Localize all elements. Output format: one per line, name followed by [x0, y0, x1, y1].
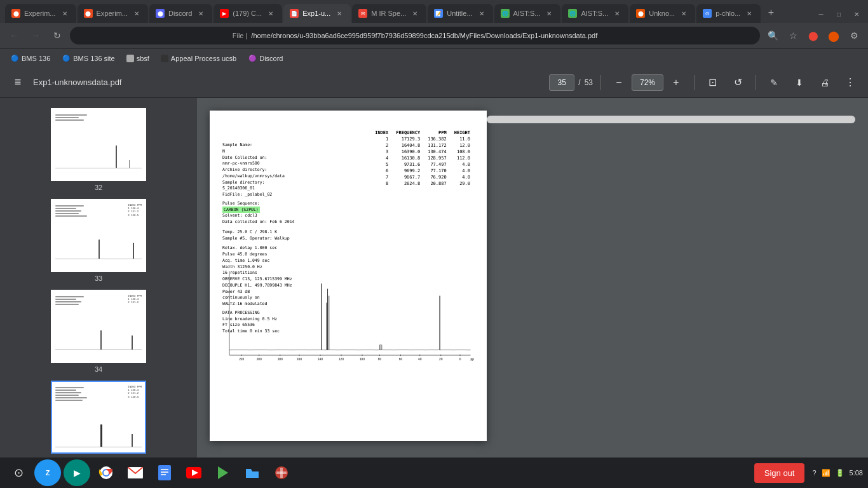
- bookmark-label-sbsf: sbsf: [137, 55, 149, 62]
- tab-6[interactable]: ✉ M IR Spe... ✕: [352, 4, 426, 23]
- reload-button[interactable]: ↻: [48, 27, 66, 44]
- taskbar-youtube-button[interactable]: [180, 459, 207, 486]
- tab-10[interactable]: ⬤ Unkno... ✕: [630, 4, 695, 23]
- bookmark-bms136[interactable]: 🔵 BMS 136: [5, 51, 55, 65]
- tab-5[interactable]: 📄 Exp1-u... ✕: [283, 4, 351, 23]
- back-button[interactable]: ←: [5, 27, 23, 44]
- bookmark-sbsf[interactable]: sbsf: [121, 51, 154, 65]
- tab-close-3[interactable]: ✕: [196, 8, 206, 18]
- svg-text:20: 20: [439, 358, 443, 361]
- more-options-button[interactable]: ⋮: [840, 72, 860, 93]
- rotate-button[interactable]: ↺: [728, 72, 748, 93]
- zoom-out-button[interactable]: −: [609, 72, 629, 93]
- sign-out-button[interactable]: Sign out: [754, 463, 805, 483]
- tab-favicon-8: 🌐: [501, 9, 510, 18]
- svg-text:60: 60: [399, 358, 403, 361]
- zoom-controls: − +: [609, 72, 686, 93]
- tab-close-4[interactable]: ✕: [266, 8, 276, 18]
- taskbar-zoom-button[interactable]: Z: [34, 459, 61, 486]
- tab-close-5[interactable]: ✕: [334, 8, 344, 18]
- taskbar-gmail-button[interactable]: [122, 459, 149, 486]
- thumbnail-33[interactable]: INDEX PPM 1 136.4 2 131.2 3 130.5: [51, 199, 146, 282]
- tab-bar: ⬤ Experim... ✕ ⬤ Experim... ✕ ⬤ Discord …: [0, 0, 868, 23]
- cell-freq-7: 9667.7: [392, 174, 424, 180]
- tab-4[interactable]: ▶ (179) C... ✕: [214, 4, 282, 23]
- taskbar-playstore-button[interactable]: [210, 459, 236, 486]
- tab-favicon-1: ⬤: [11, 9, 20, 18]
- cell-ppm-8: 20.887: [424, 180, 451, 187]
- tab-8[interactable]: 🌐 AIST:S... ✕: [494, 4, 561, 23]
- tab-2[interactable]: ⬤ Experim... ✕: [78, 4, 149, 23]
- zoom-in-button[interactable]: +: [666, 72, 686, 93]
- svg-text:100: 100: [360, 358, 365, 361]
- tab-11[interactable]: G p-chlo... ✕: [696, 4, 761, 23]
- tab-close-9[interactable]: ✕: [612, 8, 622, 18]
- download-button[interactable]: ⬇: [789, 72, 810, 93]
- edit-pdf-button[interactable]: ✎: [764, 72, 784, 93]
- maximize-button[interactable]: □: [832, 8, 845, 20]
- window-controls: ─ □ ✕: [815, 8, 863, 23]
- nmr-data-table: INDEX FREQUENCY PPM HEIGHT 1 17129.3 136…: [371, 130, 474, 187]
- taskbar-home-button[interactable]: ⊙: [5, 459, 32, 486]
- tab-label-8: AIST:S...: [513, 10, 541, 17]
- thumbnail-panel[interactable]: 32 INDEX PPM 1 136.4 2 131.2 3 130.5: [0, 98, 197, 474]
- tab-close-7[interactable]: ✕: [477, 8, 487, 18]
- bookmark-label-bms136-site: BMS 136 site: [73, 55, 114, 62]
- taskbar-chrome-button[interactable]: [93, 459, 119, 486]
- sample-blank: N: [222, 149, 295, 155]
- new-tab-button[interactable]: +: [762, 4, 780, 22]
- cell-freq-4: 16130.8: [392, 155, 424, 161]
- page-content-area[interactable]: INDEX FREQUENCY PPM HEIGHT 1 17129.3 136…: [197, 98, 868, 474]
- fit-page-button[interactable]: ⊡: [702, 72, 722, 93]
- thumbnail-32[interactable]: 32: [51, 108, 146, 191]
- settings-icon[interactable]: ⚙: [845, 27, 863, 44]
- bookmark-label-appeal: Appeal Process ucsb: [171, 55, 236, 62]
- cell-height-2: 12.0: [451, 142, 474, 149]
- svg-text:0: 0: [459, 358, 461, 361]
- taskbar-photos-button[interactable]: [268, 459, 295, 486]
- print-button[interactable]: 🖨: [815, 72, 835, 93]
- cell-ppm-5: 77.497: [424, 161, 451, 168]
- svg-text:80: 80: [378, 358, 382, 361]
- tab-close-2[interactable]: ✕: [132, 8, 142, 18]
- bookmarks-bar: 🔵 BMS 136 🔵 BMS 136 site sbsf Appeal Pro…: [0, 48, 868, 67]
- search-icon[interactable]: 🔍: [764, 27, 782, 44]
- thumbnail-label-34: 34: [95, 365, 102, 373]
- tab-close-6[interactable]: ✕: [410, 8, 420, 18]
- taskbar-files-button[interactable]: [239, 459, 266, 486]
- svg-text:120: 120: [339, 358, 344, 361]
- minimize-button[interactable]: ─: [815, 8, 827, 20]
- thumbnail-34[interactable]: INDEX PPM 1 136.4 2 131.2: [51, 290, 146, 373]
- bookmark-favicon-bms136-site: 🔵: [62, 54, 71, 63]
- archive-path: /home/walkup/vnmrsys/data: [222, 173, 295, 180]
- spectrum-svg: 220 200 180 160 140 120 100 80 6: [222, 219, 474, 422]
- tab-close-11[interactable]: ✕: [744, 8, 754, 18]
- bookmark-label-bms136: BMS 136: [22, 55, 50, 62]
- tab-close-10[interactable]: ✕: [679, 8, 689, 18]
- taskbar-docs-button[interactable]: [151, 459, 178, 486]
- forward-button[interactable]: →: [27, 27, 44, 44]
- address-input[interactable]: File | /home/chronos/u-93bba6ad6ce995d95…: [70, 27, 760, 44]
- profile-icon[interactable]: ⬤: [825, 27, 843, 44]
- extensions-icon[interactable]: ⬤: [804, 27, 822, 44]
- tab-3[interactable]: ⬤ Discord ✕: [149, 4, 212, 23]
- bookmark-appeal[interactable]: Appeal Process ucsb: [156, 51, 241, 65]
- tab-close-8[interactable]: ✕: [544, 8, 554, 18]
- svg-text:180: 180: [278, 358, 283, 361]
- tab-7[interactable]: 📝 Untitle... ✕: [428, 4, 492, 23]
- zoom-input[interactable]: [632, 74, 663, 91]
- bookmark-discord[interactable]: 🟣 Discord: [243, 51, 288, 65]
- tab-1[interactable]: ⬤ Experim... ✕: [5, 4, 76, 23]
- page-navigation: / 53: [549, 74, 593, 91]
- bookmark-star-icon[interactable]: ☆: [784, 27, 802, 44]
- close-window-button[interactable]: ✕: [850, 8, 863, 20]
- tab-9[interactable]: 🌐 AIST:S... ✕: [562, 4, 628, 23]
- address-bar-icons: 🔍 ☆ ⬤ ⬤ ⚙: [764, 27, 863, 44]
- page-number-input[interactable]: [549, 74, 574, 91]
- bookmark-bms136-site[interactable]: 🔵 BMS 136 site: [57, 51, 119, 65]
- pdf-menu-button[interactable]: ≡: [8, 72, 28, 93]
- thumbnail-35[interactable]: INDEX PPM 1 136.4 2 131.2 3 130.5: [51, 381, 146, 464]
- taskbar-games-button[interactable]: ▶: [64, 459, 90, 486]
- tab-close-1[interactable]: ✕: [60, 8, 70, 18]
- tab-favicon-4: ▶: [220, 9, 229, 18]
